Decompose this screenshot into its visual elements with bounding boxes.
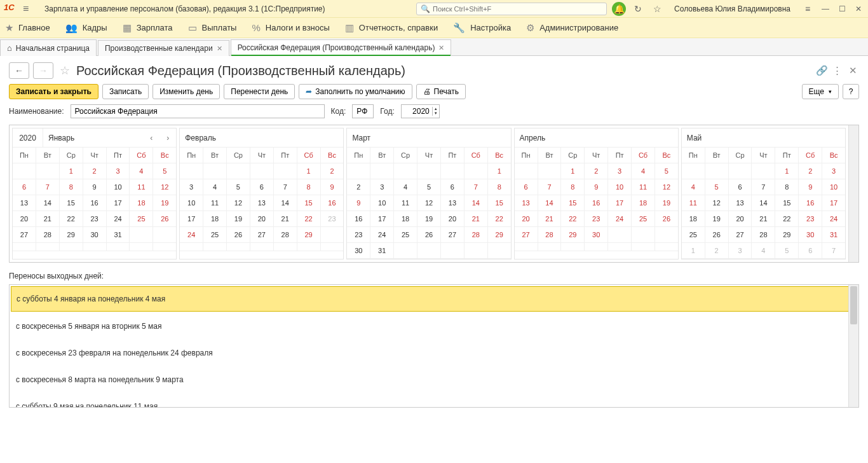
day-cell[interactable]: 19 (227, 211, 250, 227)
day-cell[interactable]: 8 (60, 179, 83, 195)
close-icon[interactable]: ✕ (849, 65, 859, 76)
day-cell[interactable]: 6 (250, 179, 274, 195)
name-input[interactable] (71, 104, 325, 118)
day-cell[interactable]: 10 (107, 179, 130, 195)
day-cell[interactable]: 3 (107, 163, 130, 179)
day-cell[interactable]: 17 (608, 195, 632, 211)
day-cell[interactable]: 20 (13, 211, 36, 227)
year-spinner[interactable]: ▲▼ (401, 104, 440, 118)
day-cell[interactable]: 17 (370, 211, 394, 227)
day-cell[interactable]: 30 (585, 227, 608, 243)
day-cell[interactable]: 13 (250, 195, 274, 211)
day-cell[interactable]: 6 (515, 179, 538, 195)
day-cell[interactable]: 14 (752, 195, 775, 211)
day-cell[interactable]: 4 (752, 243, 775, 259)
day-cell[interactable]: 28 (465, 227, 488, 243)
day-cell[interactable]: 8 (488, 179, 511, 195)
day-cell[interactable]: 20 (515, 211, 538, 227)
day-cell[interactable]: 11 (632, 179, 655, 195)
day-cell[interactable]: 27 (13, 227, 36, 243)
forward-button[interactable]: → (33, 62, 53, 79)
next-month[interactable]: › (159, 134, 176, 142)
day-cell[interactable]: 2 (347, 179, 370, 195)
day-cell[interactable]: 12 (153, 179, 176, 195)
day-cell[interactable]: 8 (775, 179, 799, 195)
day-cell[interactable]: 22 (297, 211, 321, 227)
day-cell[interactable]: 19 (153, 195, 176, 211)
day-cell[interactable]: 6 (441, 179, 465, 195)
close-icon[interactable]: ✕ (438, 44, 444, 52)
day-cell[interactable]: 2 (705, 243, 729, 259)
close-button[interactable]: ✕ (853, 4, 864, 13)
day-cell[interactable]: 10 (608, 179, 632, 195)
day-cell[interactable]: 14 (274, 195, 297, 211)
transfer-row[interactable]: с субботы 9 мая на понедельник 11 мая (10, 393, 858, 407)
day-cell[interactable]: 20 (441, 211, 465, 227)
day-cell[interactable]: 20 (250, 211, 274, 227)
menu-item[interactable]: %Налоги и взносы (252, 22, 329, 33)
day-cell[interactable]: 18 (203, 211, 227, 227)
transfer-row[interactable]: с воскресенья 8 марта на понедельник 9 м… (10, 366, 858, 393)
day-cell[interactable]: 27 (515, 227, 538, 243)
fill-default-button[interactable]: ➦Заполнить по умолчанию (299, 84, 412, 99)
day-cell[interactable]: 1 (297, 163, 321, 179)
day-cell[interactable]: 26 (705, 227, 729, 243)
settings-icon[interactable]: ≡ (801, 2, 815, 16)
day-cell[interactable]: 29 (488, 227, 511, 243)
day-cell[interactable]: 29 (775, 227, 799, 243)
bell-icon[interactable]: 🔔 (612, 2, 626, 16)
day-cell[interactable]: 31 (370, 243, 394, 259)
day-cell[interactable]: 1 (561, 163, 585, 179)
menu-item[interactable]: ▥Отчетность, справки (345, 22, 438, 34)
scrollbar[interactable] (848, 285, 858, 407)
day-cell[interactable]: 22 (60, 211, 83, 227)
day-cell[interactable]: 26 (655, 211, 678, 227)
day-cell[interactable]: 11 (682, 195, 705, 211)
day-cell[interactable]: 25 (632, 211, 655, 227)
menu-item[interactable]: 🔧Настройка (453, 22, 511, 34)
day-cell[interactable]: 7 (538, 179, 562, 195)
day-cell[interactable]: 10 (180, 195, 203, 211)
day-cell[interactable]: 18 (632, 195, 655, 211)
day-cell[interactable]: 2 (83, 163, 107, 179)
day-cell[interactable]: 3 (370, 179, 394, 195)
day-cell[interactable]: 12 (417, 195, 441, 211)
day-cell[interactable]: 2 (321, 163, 344, 179)
day-cell[interactable]: 16 (321, 195, 344, 211)
day-cell[interactable]: 22 (775, 211, 799, 227)
day-cell[interactable]: 3 (608, 163, 632, 179)
day-cell[interactable]: 4 (203, 179, 227, 195)
day-cell[interactable]: 16 (799, 195, 822, 211)
day-cell[interactable]: 11 (394, 195, 417, 211)
day-cell[interactable]: 3 (180, 179, 203, 195)
day-cell[interactable]: 1 (488, 163, 511, 179)
tab-home[interactable]: ⌂ Начальная страница (0, 39, 97, 56)
day-cell[interactable]: 6 (13, 179, 36, 195)
day-cell[interactable]: 14 (36, 195, 60, 211)
close-icon[interactable]: ✕ (217, 45, 222, 53)
day-cell[interactable]: 24 (107, 211, 130, 227)
day-cell[interactable]: 15 (561, 195, 585, 211)
day-cell[interactable]: 7 (752, 179, 775, 195)
day-cell[interactable]: 17 (822, 195, 845, 211)
day-cell[interactable]: 21 (36, 211, 60, 227)
day-cell[interactable]: 24 (608, 211, 632, 227)
day-cell[interactable]: 28 (274, 227, 297, 243)
day-cell[interactable]: 13 (729, 195, 752, 211)
save-close-button[interactable]: Записать и закрыть (9, 84, 98, 99)
back-button[interactable]: ← (9, 62, 29, 79)
day-cell[interactable]: 19 (655, 195, 678, 211)
day-cell[interactable]: 18 (682, 211, 705, 227)
day-cell[interactable]: 31 (107, 227, 130, 243)
link-icon[interactable]: 🔗 (816, 65, 826, 76)
day-cell[interactable]: 11 (130, 179, 153, 195)
day-cell[interactable]: 26 (417, 227, 441, 243)
day-cell[interactable]: 12 (705, 195, 729, 211)
day-cell[interactable]: 24 (822, 211, 845, 227)
menu-item[interactable]: 👥Кадры (65, 22, 107, 34)
day-cell[interactable]: 6 (799, 243, 822, 259)
day-cell[interactable]: 22 (488, 211, 511, 227)
day-cell[interactable]: 17 (107, 195, 130, 211)
burger-icon[interactable]: ≡ (23, 3, 36, 15)
day-cell[interactable]: 28 (752, 227, 775, 243)
